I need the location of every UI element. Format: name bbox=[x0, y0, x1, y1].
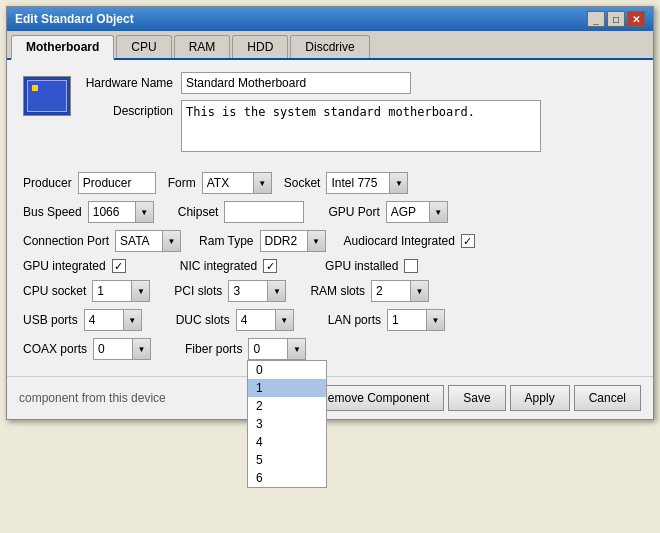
form-row-5: CPU socket ▼ PCI slots ▼ RAM slots ▼ bbox=[23, 280, 637, 302]
pci-slots-combo-btn[interactable]: ▼ bbox=[267, 281, 285, 301]
window-title: Edit Standard Object bbox=[15, 12, 134, 26]
usb-ports-combo-btn[interactable]: ▼ bbox=[123, 310, 141, 330]
tab-motherboard[interactable]: Motherboard bbox=[11, 35, 114, 60]
producer-cell: Producer bbox=[23, 172, 156, 194]
maximize-button[interactable]: □ bbox=[607, 11, 625, 27]
chipset-label: Chipset bbox=[178, 205, 219, 219]
cpu-socket-cell: CPU socket ▼ bbox=[23, 280, 150, 302]
hardware-name-row: Hardware Name bbox=[83, 72, 637, 94]
form-combo-btn[interactable]: ▼ bbox=[253, 173, 271, 193]
cancel-button[interactable]: Cancel bbox=[574, 385, 641, 411]
pci-slots-cell: PCI slots ▼ bbox=[174, 280, 286, 302]
gpu-port-combo-input[interactable] bbox=[387, 203, 429, 221]
hardware-name-input[interactable] bbox=[181, 72, 411, 94]
header-section: Hardware Name Description This is the sy… bbox=[23, 72, 637, 158]
coax-ports-combo[interactable]: ▼ bbox=[93, 338, 151, 360]
tab-bar: Motherboard CPU RAM HDD Discdrive bbox=[7, 31, 653, 60]
audiocard-cell: Audiocard Integrated bbox=[344, 234, 475, 248]
tab-ram[interactable]: RAM bbox=[174, 35, 231, 58]
lan-ports-combo-btn[interactable]: ▼ bbox=[426, 310, 444, 330]
lan-ports-combo-input[interactable] bbox=[388, 311, 426, 329]
duc-slots-combo-btn[interactable]: ▼ bbox=[275, 310, 293, 330]
ram-type-combo[interactable]: ▼ bbox=[260, 230, 326, 252]
cpu-socket-combo-input[interactable] bbox=[93, 282, 131, 300]
usb-ports-label: USB ports bbox=[23, 313, 78, 327]
usb-ports-cell: USB ports ▼ bbox=[23, 309, 142, 331]
gpu-port-combo-btn[interactable]: ▼ bbox=[429, 202, 447, 222]
lan-ports-combo[interactable]: ▼ bbox=[387, 309, 445, 331]
tab-cpu[interactable]: CPU bbox=[116, 35, 171, 58]
socket-combo-input[interactable] bbox=[327, 174, 389, 192]
connection-port-combo[interactable]: ▼ bbox=[115, 230, 181, 252]
cpu-socket-combo[interactable]: ▼ bbox=[92, 280, 150, 302]
gpu-integrated-checkbox[interactable] bbox=[112, 259, 126, 273]
form-cell: Form ▼ bbox=[168, 172, 272, 194]
form-row-2: Bus Speed ▼ Chipset GPU Port ▼ bbox=[23, 201, 637, 223]
fiber-option-5[interactable]: 5 bbox=[248, 451, 326, 469]
audiocard-checkbox[interactable] bbox=[461, 234, 475, 248]
ram-type-combo-input[interactable] bbox=[261, 232, 307, 250]
fiber-ports-row: Fiber ports ▼ bbox=[185, 338, 306, 360]
close-button[interactable]: ✕ bbox=[627, 11, 645, 27]
apply-button[interactable]: Apply bbox=[510, 385, 570, 411]
tab-discdrive[interactable]: Discdrive bbox=[290, 35, 369, 58]
coax-ports-combo-input[interactable] bbox=[94, 340, 132, 358]
connection-port-combo-btn[interactable]: ▼ bbox=[162, 231, 180, 251]
lan-ports-cell: LAN ports ▼ bbox=[328, 309, 445, 331]
duc-slots-label: DUC slots bbox=[176, 313, 230, 327]
connection-port-combo-input[interactable] bbox=[116, 232, 162, 250]
ram-slots-combo-input[interactable] bbox=[372, 282, 410, 300]
fiber-ports-combo[interactable]: ▼ bbox=[248, 338, 306, 360]
usb-ports-combo[interactable]: ▼ bbox=[84, 309, 142, 331]
fiber-option-1[interactable]: 1 bbox=[248, 379, 326, 397]
duc-slots-combo[interactable]: ▼ bbox=[236, 309, 294, 331]
coax-ports-cell: COAX ports ▼ bbox=[23, 338, 151, 360]
fiber-option-6[interactable]: 6 bbox=[248, 469, 326, 487]
bottom-bar: component from this device Remove Compon… bbox=[7, 376, 653, 419]
tab-hdd[interactable]: HDD bbox=[232, 35, 288, 58]
minimize-button[interactable]: _ bbox=[587, 11, 605, 27]
ram-type-cell: Ram Type ▼ bbox=[199, 230, 325, 252]
nic-integrated-checkbox[interactable] bbox=[263, 259, 277, 273]
pci-slots-combo[interactable]: ▼ bbox=[228, 280, 286, 302]
form-combo-input[interactable] bbox=[203, 174, 253, 192]
fiber-option-0[interactable]: 0 bbox=[248, 361, 326, 379]
fiber-ports-combo-input[interactable] bbox=[249, 340, 287, 358]
gpu-port-label: GPU Port bbox=[328, 205, 379, 219]
usb-ports-combo-input[interactable] bbox=[85, 311, 123, 329]
gpu-port-combo[interactable]: ▼ bbox=[386, 201, 448, 223]
gpu-installed-checkbox[interactable] bbox=[404, 259, 418, 273]
coax-ports-combo-btn[interactable]: ▼ bbox=[132, 339, 150, 359]
bus-speed-combo-btn[interactable]: ▼ bbox=[135, 202, 153, 222]
cpu-socket-label: CPU socket bbox=[23, 284, 86, 298]
gpu-installed-label: GPU installed bbox=[325, 259, 398, 273]
save-button[interactable]: Save bbox=[448, 385, 505, 411]
gpu-integrated-cell: GPU integrated bbox=[23, 259, 126, 273]
pci-slots-combo-input[interactable] bbox=[229, 282, 267, 300]
form-combo[interactable]: ▼ bbox=[202, 172, 272, 194]
fiber-option-3[interactable]: 3 bbox=[248, 415, 326, 433]
fiber-ports-cell: Fiber ports ▼ 0 1 2 3 4 5 6 bbox=[185, 338, 306, 360]
socket-cell: Socket ▼ bbox=[284, 172, 409, 194]
description-label: Description bbox=[83, 104, 173, 118]
hardware-icon bbox=[23, 76, 71, 116]
nic-integrated-cell: NIC integrated bbox=[180, 259, 277, 273]
ram-slots-combo-btn[interactable]: ▼ bbox=[410, 281, 428, 301]
bus-speed-combo[interactable]: ▼ bbox=[88, 201, 154, 223]
form-label: Form bbox=[168, 176, 196, 190]
chipset-input[interactable] bbox=[224, 201, 304, 223]
socket-combo[interactable]: ▼ bbox=[326, 172, 408, 194]
socket-combo-btn[interactable]: ▼ bbox=[389, 173, 407, 193]
fiber-ports-label: Fiber ports bbox=[185, 342, 242, 356]
producer-input[interactable] bbox=[78, 172, 156, 194]
duc-slots-combo-input[interactable] bbox=[237, 311, 275, 329]
fiber-ports-combo-btn[interactable]: ▼ bbox=[287, 339, 305, 359]
ram-slots-combo[interactable]: ▼ bbox=[371, 280, 429, 302]
fiber-option-4[interactable]: 4 bbox=[248, 433, 326, 451]
bus-speed-combo-input[interactable] bbox=[89, 203, 135, 221]
form-row-1: Producer Form ▼ Socket ▼ bbox=[23, 172, 637, 194]
ram-type-combo-btn[interactable]: ▼ bbox=[307, 231, 325, 251]
cpu-socket-combo-btn[interactable]: ▼ bbox=[131, 281, 149, 301]
fiber-option-2[interactable]: 2 bbox=[248, 397, 326, 415]
description-input[interactable]: This is the system standard motherboard. bbox=[181, 100, 541, 152]
